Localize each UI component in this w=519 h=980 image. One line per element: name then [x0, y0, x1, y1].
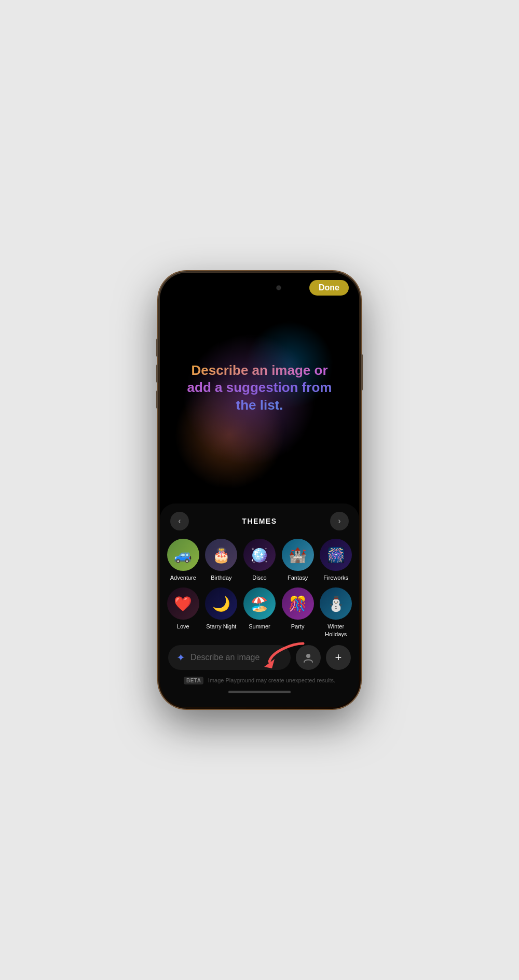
- love-emoji: ❤️: [174, 595, 192, 612]
- theme-love-icon: ❤️: [167, 587, 199, 620]
- starry-emoji: 🌙: [212, 595, 230, 612]
- theme-disco[interactable]: 🪩 Disco: [240, 537, 279, 583]
- phone-screen: Done Describe an image or add a suggesti…: [160, 273, 359, 707]
- theme-birthday-label: Birthday: [211, 574, 231, 581]
- phone-frame: Done Describe an image or add a suggesti…: [158, 271, 361, 709]
- adventure-emoji: 🚙: [174, 547, 192, 564]
- theme-fantasy[interactable]: 🏰 Fantasy: [279, 537, 317, 583]
- theme-summer-icon: 🏖️: [243, 587, 276, 620]
- front-camera: [277, 286, 281, 290]
- theme-winter-label: Winter Holidays: [318, 623, 354, 638]
- theme-winter-holidays[interactable]: ⛄ Winter Holidays: [317, 585, 355, 640]
- beta-message: Image Playground may create unexpected r…: [208, 677, 335, 683]
- add-button[interactable]: +: [326, 645, 351, 670]
- bottom-panel: ‹ THEMES › 🚙 Adventure 🎂 Birthday: [160, 503, 359, 707]
- theme-adventure[interactable]: 🚙 Adventure: [164, 537, 202, 583]
- birthday-emoji: 🎂: [212, 547, 230, 564]
- themes-section-label: THEMES: [242, 517, 277, 525]
- theme-starry-label: Starry Night: [206, 623, 236, 630]
- theme-fireworks-icon: 🎆: [320, 539, 352, 571]
- winter-emoji: ⛄: [327, 595, 345, 612]
- themes-header: ‹ THEMES ›: [160, 503, 359, 537]
- sparkle-icon: ✦: [176, 651, 185, 664]
- plus-icon: +: [335, 652, 342, 663]
- home-bar: [228, 691, 291, 693]
- theme-birthday[interactable]: 🎂 Birthday: [202, 537, 241, 583]
- theme-starry-icon: 🌙: [205, 587, 237, 620]
- theme-starry-night[interactable]: 🌙 Starry Night: [202, 585, 241, 640]
- theme-party[interactable]: 🎊 Party: [279, 585, 317, 640]
- main-content-area: Describe an image or add a suggestion fr…: [160, 273, 359, 503]
- theme-adventure-label: Adventure: [170, 574, 196, 581]
- summer-emoji: 🏖️: [250, 595, 268, 612]
- theme-adventure-icon: 🚙: [167, 539, 199, 571]
- theme-party-label: Party: [291, 623, 305, 630]
- theme-disco-label: Disco: [252, 574, 267, 581]
- theme-party-icon: 🎊: [282, 587, 314, 620]
- person-icon: [303, 652, 314, 663]
- theme-fireworks-label: Fireworks: [323, 574, 348, 581]
- theme-disco-icon: 🪩: [243, 539, 276, 571]
- svg-point-1: [306, 654, 310, 658]
- describe-input-field[interactable]: ✦ Describe an image: [168, 645, 291, 670]
- camera-area: [276, 285, 281, 290]
- beta-badge: BETA: [184, 677, 203, 684]
- input-area: ✦ Describe an image +: [160, 640, 359, 673]
- theme-summer[interactable]: 🏖️ Summer: [240, 585, 279, 640]
- themes-grid: 🚙 Adventure 🎂 Birthday 🪩 Disco: [160, 537, 359, 640]
- theme-love[interactable]: ❤️ Love: [164, 585, 202, 640]
- party-emoji: 🎊: [289, 595, 307, 612]
- theme-fantasy-icon: 🏰: [282, 539, 314, 571]
- next-arrow-button[interactable]: ›: [330, 512, 349, 530]
- theme-winter-icon: ⛄: [320, 587, 352, 620]
- done-button[interactable]: Done: [309, 280, 349, 296]
- theme-fireworks[interactable]: 🎆 Fireworks: [317, 537, 355, 583]
- beta-area: BETA Image Playground may create unexpec…: [160, 673, 359, 687]
- fireworks-emoji: 🎆: [327, 547, 345, 564]
- theme-love-label: Love: [177, 623, 189, 630]
- input-placeholder-text: Describe an image: [190, 653, 260, 662]
- fantasy-emoji: 🏰: [289, 547, 307, 564]
- prev-arrow-button[interactable]: ‹: [170, 512, 189, 530]
- placeholder-text: Describe an image or add a suggestion fr…: [187, 362, 332, 413]
- dynamic-island: [228, 279, 291, 297]
- theme-fantasy-label: Fantasy: [288, 574, 308, 581]
- placeholder-area: Describe an image or add a suggestion fr…: [187, 362, 332, 414]
- home-indicator: [160, 687, 359, 697]
- disco-emoji: 🪩: [250, 547, 268, 564]
- theme-summer-label: Summer: [249, 623, 270, 630]
- theme-birthday-icon: 🎂: [205, 539, 237, 571]
- avatar-button[interactable]: [296, 645, 321, 670]
